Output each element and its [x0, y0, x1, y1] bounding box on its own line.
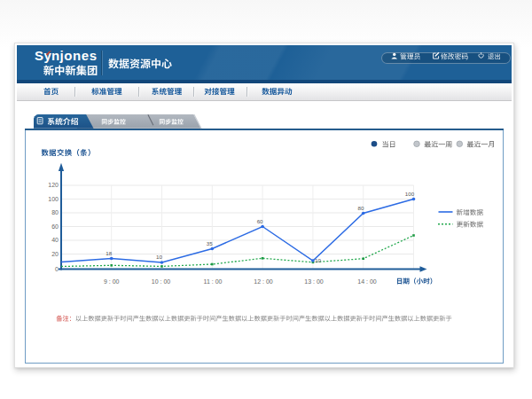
svg-text:18: 18: [106, 250, 112, 256]
svg-text:35: 35: [207, 240, 213, 246]
svg-text:120: 120: [48, 182, 59, 188]
svg-text:60: 60: [51, 223, 59, 230]
svg-text:80: 80: [358, 205, 364, 211]
svg-text:100: 100: [405, 191, 415, 197]
svg-text:13 : 00: 13 : 00: [304, 278, 324, 285]
svg-text:100: 100: [48, 196, 59, 202]
svg-text:10: 10: [156, 254, 162, 260]
svg-text:12 : 00: 12 : 00: [254, 278, 273, 285]
svg-text:11 : 00: 11 : 00: [204, 278, 223, 285]
svg-text:10 : 00: 10 : 00: [152, 278, 171, 285]
svg-text:20: 20: [51, 251, 59, 257]
svg-text:80: 80: [51, 209, 59, 215]
svg-text:9 : 00: 9 : 00: [104, 278, 120, 285]
svg-text:0: 0: [55, 266, 59, 272]
svg-text:10: 10: [315, 257, 321, 263]
svg-text:14 : 00: 14 : 00: [357, 278, 377, 285]
svg-text:60: 60: [257, 218, 263, 224]
svg-text:40: 40: [51, 237, 59, 243]
